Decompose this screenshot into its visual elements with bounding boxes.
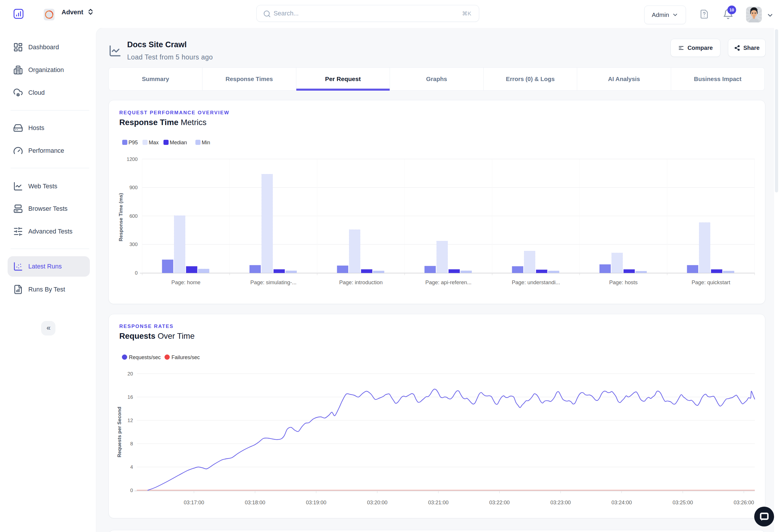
svg-text:03:20:00: 03:20:00 — [367, 500, 387, 506]
svg-text:900: 900 — [129, 185, 138, 190]
svg-text:Page: understandi...: Page: understandi... — [512, 279, 560, 285]
svg-text:0: 0 — [135, 270, 138, 276]
svg-text:Page: quickstart: Page: quickstart — [692, 279, 730, 285]
svg-text:Min: Min — [202, 140, 210, 145]
svg-text:03:19:00: 03:19:00 — [306, 500, 326, 506]
svg-text:300: 300 — [129, 242, 138, 247]
svg-text:Page: introduction: Page: introduction — [339, 279, 383, 285]
svg-text:03:17:00: 03:17:00 — [184, 500, 204, 506]
svg-text:8: 8 — [130, 441, 133, 447]
svg-text:P95: P95 — [129, 140, 138, 145]
svg-text:03:24:00: 03:24:00 — [611, 500, 632, 506]
svg-text:03:22:00: 03:22:00 — [489, 500, 510, 506]
svg-text:03:23:00: 03:23:00 — [550, 500, 571, 506]
svg-text:Requests per Second: Requests per Second — [117, 407, 122, 457]
svg-text:4: 4 — [130, 464, 133, 470]
svg-text:Page: api-referen...: Page: api-referen... — [425, 279, 471, 285]
svg-text:Page: simulating-...: Page: simulating-... — [250, 279, 296, 285]
svg-text:Requests/sec: Requests/sec — [129, 354, 161, 360]
svg-text:0: 0 — [130, 488, 133, 493]
svg-text:600: 600 — [129, 213, 138, 219]
svg-text:03:25:00: 03:25:00 — [672, 500, 693, 506]
svg-text:Max: Max — [149, 140, 159, 145]
svg-text:03:26:00: 03:26:00 — [733, 500, 754, 506]
svg-text:1200: 1200 — [127, 156, 138, 162]
svg-text:Median: Median — [170, 140, 187, 145]
svg-text:03:21:00: 03:21:00 — [428, 500, 448, 506]
svg-text:20: 20 — [127, 371, 133, 377]
svg-text:16: 16 — [127, 394, 133, 400]
svg-text:12: 12 — [127, 418, 133, 423]
svg-text:Page: hosts: Page: hosts — [609, 279, 638, 285]
svg-text:Response Time (ms): Response Time (ms) — [118, 193, 124, 241]
svg-text:03:18:00: 03:18:00 — [245, 500, 265, 506]
svg-text:Failures/sec: Failures/sec — [172, 354, 200, 360]
svg-text:Page: home: Page: home — [172, 279, 201, 285]
